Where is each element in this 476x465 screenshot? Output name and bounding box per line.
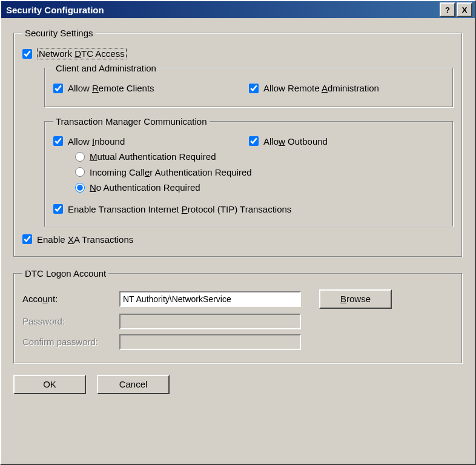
allow-remote-clients-label: Allow Remote Clients — [68, 83, 154, 93]
network-dtc-access-label: Network DTC Access — [37, 48, 127, 59]
browse-button[interactable]: Browse — [319, 289, 392, 309]
account-field[interactable] — [119, 291, 301, 307]
allow-outbound-checkbox[interactable]: Allow Outbound — [249, 136, 328, 147]
allow-remote-admin-label: Allow Remote Administration — [263, 83, 379, 93]
help-icon: ? — [445, 6, 450, 14]
incoming-auth-radio[interactable]: Incoming Caller Authentication Required — [75, 167, 252, 177]
no-auth-radio[interactable]: No Authentication Required — [75, 182, 200, 193]
dtc-logon-group: DTC Logon Account Account: Browse Passwo… — [13, 268, 463, 364]
tm-comm-group: Transaction Manager Communication Allow … — [44, 116, 454, 227]
dialog-window: Security Configuration ? X Security Sett… — [0, 0, 476, 465]
enable-tip-label: Enable Transaction Internet Protocol (TI… — [68, 204, 291, 214]
confirm-password-label: Confirm password: — [22, 337, 119, 347]
dialog-buttons: OK Cancel — [13, 375, 463, 394]
security-settings-group: Security Settings Network DTC Access Cli… — [13, 28, 463, 257]
password-label: Password: — [22, 316, 119, 326]
client-admin-group: Client and Administration Allow Remote C… — [44, 63, 454, 108]
dialog-body: Security Settings Network DTC Access Cli… — [1, 18, 475, 403]
confirm-password-field — [119, 334, 301, 350]
allow-outbound-label: Allow Outbound — [263, 136, 328, 147]
allow-remote-admin-input[interactable] — [249, 84, 259, 93]
cancel-button[interactable]: Cancel — [97, 375, 170, 394]
close-icon: X — [462, 6, 468, 14]
enable-tip-input[interactable] — [53, 204, 63, 214]
network-dtc-access-input[interactable] — [22, 49, 32, 59]
tm-comm-legend: Transaction Manager Communication — [53, 116, 210, 127]
security-settings-legend: Security Settings — [22, 28, 96, 38]
help-button[interactable]: ? — [440, 2, 455, 17]
titlebar: Security Configuration ? X — [1, 1, 475, 18]
enable-xa-checkbox[interactable]: Enable XA Transactions — [22, 234, 133, 245]
enable-tip-checkbox[interactable]: Enable Transaction Internet Protocol (TI… — [53, 204, 291, 214]
network-dtc-access-checkbox[interactable]: Network DTC Access — [22, 48, 127, 59]
incoming-auth-label: Incoming Caller Authentication Required — [90, 167, 252, 177]
incoming-auth-input[interactable] — [75, 167, 85, 177]
window-title: Security Configuration — [6, 5, 438, 15]
allow-inbound-label: Allow Inbound — [68, 136, 125, 147]
allow-inbound-checkbox[interactable]: Allow Inbound — [53, 136, 125, 147]
client-admin-legend: Client and Administration — [53, 63, 159, 73]
password-field — [119, 314, 301, 329]
allow-remote-clients-input[interactable] — [53, 84, 63, 93]
allow-remote-admin-checkbox[interactable]: Allow Remote Administration — [249, 83, 379, 93]
mutual-auth-label: Mutual Authentication Required — [90, 151, 216, 162]
allow-remote-clients-checkbox[interactable]: Allow Remote Clients — [53, 83, 154, 93]
close-button[interactable]: X — [457, 2, 472, 17]
mutual-auth-input[interactable] — [75, 152, 85, 162]
ok-button[interactable]: OK — [13, 375, 86, 394]
allow-outbound-input[interactable] — [249, 136, 259, 146]
dtc-logon-legend: DTC Logon Account — [22, 268, 108, 279]
no-auth-label: No Authentication Required — [90, 182, 200, 193]
mutual-auth-radio[interactable]: Mutual Authentication Required — [75, 151, 216, 162]
enable-xa-label: Enable XA Transactions — [37, 234, 133, 245]
account-label: Account: — [22, 294, 119, 304]
allow-inbound-input[interactable] — [53, 136, 63, 146]
no-auth-input[interactable] — [75, 183, 85, 193]
enable-xa-input[interactable] — [22, 234, 32, 244]
